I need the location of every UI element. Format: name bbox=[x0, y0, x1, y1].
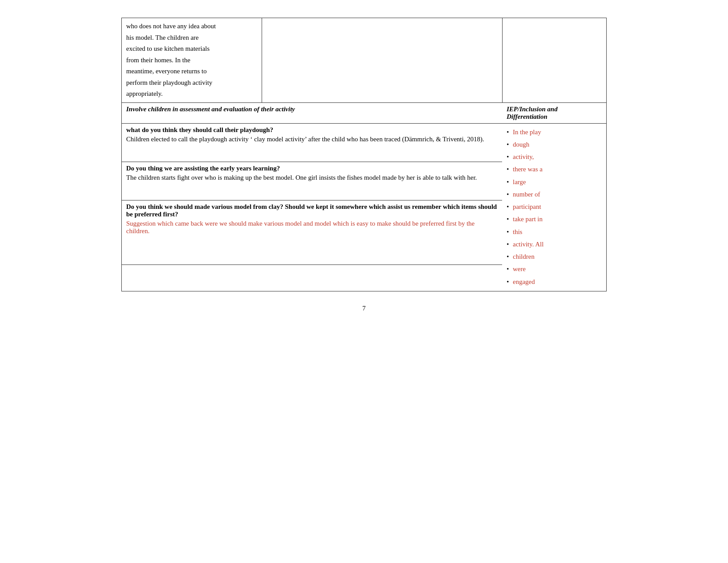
right-item-0: In the play bbox=[507, 126, 602, 138]
right-item-8: this bbox=[507, 226, 602, 238]
section4-cell: Do you think we should made various mode… bbox=[122, 200, 503, 265]
right-item-6: participant bbox=[507, 201, 602, 212]
iep-sub: Differentiation bbox=[507, 113, 602, 121]
right-item-10: children bbox=[507, 251, 602, 262]
involve-heading-cell: Involve children in assessment and evalu… bbox=[122, 102, 503, 123]
line3: excited to use kitchen materials bbox=[126, 45, 210, 52]
page-number: 7 bbox=[121, 305, 607, 312]
col3-cell bbox=[502, 18, 606, 103]
right-item-12: engaged bbox=[507, 276, 602, 287]
right-item-3: there was a bbox=[507, 163, 602, 175]
line7: appropriately. bbox=[126, 90, 163, 97]
right-item-4: large bbox=[507, 176, 602, 188]
right-item-5: number of bbox=[507, 189, 602, 200]
line6: perform their playdough activity bbox=[126, 79, 212, 86]
section4-question: Do you think we should made various mode… bbox=[126, 203, 498, 218]
line1: who does not have any idea about bbox=[126, 23, 216, 30]
main-table: who does not have any idea about his mod… bbox=[121, 18, 607, 291]
continuation-text: who does not have any idea about his mod… bbox=[126, 21, 257, 100]
involve-heading: Involve children in assessment and evalu… bbox=[126, 106, 295, 113]
section3-cell: Do you thing we are assisting the early … bbox=[122, 162, 503, 200]
iep-heading: IEP/Inclusion and bbox=[507, 106, 602, 113]
involve-row: Involve children in assessment and evalu… bbox=[122, 102, 607, 123]
continuation-row: who does not have any idea about his mod… bbox=[122, 18, 607, 103]
section2-question: what do you think they should call their… bbox=[126, 126, 498, 134]
section2-row: what do you think they should call their… bbox=[122, 123, 607, 162]
right-item-1: dough bbox=[507, 139, 602, 150]
empty-cell-left bbox=[122, 264, 503, 291]
line4: from their homes. In the bbox=[126, 57, 190, 64]
right-item-7: take part in bbox=[507, 213, 602, 225]
section3-body: The children starts fight over who is ma… bbox=[126, 174, 498, 181]
section2-cell: what do you think they should call their… bbox=[122, 123, 503, 162]
col2-cell bbox=[262, 18, 502, 103]
right-item-9: activity. All bbox=[507, 238, 602, 250]
right-col-cell: In the play dough activity, there was a … bbox=[502, 123, 606, 291]
line5: meantime, everyone returns to bbox=[126, 68, 206, 75]
right-col-list: In the play dough activity, there was a … bbox=[507, 126, 602, 287]
section4-body: Suggestion which came back were we shoul… bbox=[126, 220, 498, 235]
iep-heading-cell: IEP/Inclusion and Differentiation bbox=[502, 102, 606, 123]
right-item-2: activity, bbox=[507, 151, 602, 162]
section3-question: Do you thing we are assisting the early … bbox=[126, 165, 498, 172]
line2: his model. The children are bbox=[126, 34, 199, 41]
right-item-11: were bbox=[507, 263, 602, 275]
section2-body: Children elected to call the playdough a… bbox=[126, 136, 498, 143]
col1-cell: who does not have any idea about his mod… bbox=[122, 18, 262, 103]
